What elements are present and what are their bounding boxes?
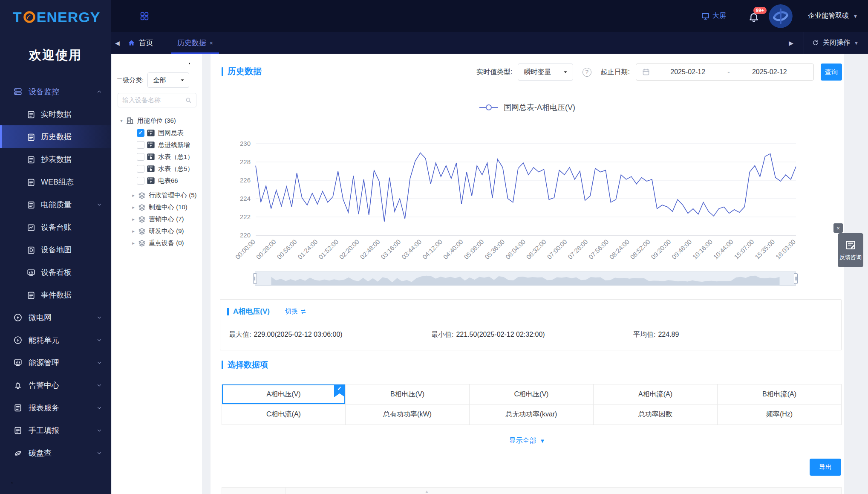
meter-drop-icon bbox=[147, 165, 155, 173]
date-start-value[interactable]: 2025-02-12 bbox=[650, 68, 726, 76]
close-operations-menu[interactable]: 关闭操作 ▼ bbox=[812, 38, 868, 47]
tab-home[interactable]: 首页 bbox=[127, 38, 153, 48]
data-item-A相电流(A)[interactable]: A相电流(A) bbox=[594, 384, 718, 404]
org-switcher[interactable]: 企业能管双碳 ▼ bbox=[808, 12, 858, 20]
map-icon bbox=[27, 246, 35, 254]
tabs-scroll-right-icon[interactable]: ▶ bbox=[784, 40, 798, 46]
feedback-button[interactable]: 反馈咨询 bbox=[838, 233, 863, 267]
help-icon[interactable]: ? bbox=[583, 68, 591, 77]
line-chart[interactable]: 22022222422622823000:00:0000:28:0000:56:… bbox=[219, 118, 833, 267]
sidebar-item-WEB组态[interactable]: WEB组态 bbox=[0, 170, 111, 193]
device-checkbox[interactable] bbox=[137, 129, 144, 137]
realtime-type-select[interactable]: 瞬时变量 bbox=[518, 64, 573, 81]
tab-close-icon[interactable]: × bbox=[210, 40, 213, 46]
data-item-C相电压(V)[interactable]: C相电压(V) bbox=[470, 384, 594, 404]
active-tab-underline bbox=[171, 52, 219, 54]
chart-legend[interactable]: 国网总表-A相电压(V) bbox=[222, 102, 833, 113]
data-item-总功率因数[interactable]: 总功率因数 bbox=[594, 404, 718, 425]
search-icon bbox=[185, 97, 192, 104]
tree-group-重点设备 (0)[interactable]: ▸重点设备 (0) bbox=[112, 237, 202, 249]
logo-leaf-icon bbox=[23, 11, 36, 23]
sidebar-item-label: 抄表数据 bbox=[41, 154, 72, 165]
device-checkbox[interactable] bbox=[137, 141, 144, 149]
sidebar-item-实时数据[interactable]: 实时数据 bbox=[0, 103, 111, 125]
tree-expander-icon[interactable]: ▾ bbox=[119, 118, 124, 124]
slider-handle-right[interactable] bbox=[794, 273, 798, 284]
query-button[interactable]: 查询 bbox=[821, 64, 842, 81]
sidebar-item-设备台账[interactable]: 设备台账 bbox=[0, 216, 111, 238]
sidebar-item-历史数据[interactable]: 历史数据 bbox=[0, 125, 111, 148]
sidebar-item-报表服务[interactable]: 报表服务 bbox=[0, 396, 111, 419]
tree-device-总进线新增[interactable]: 总进线新增 bbox=[112, 139, 202, 151]
tree-expander-icon[interactable]: ▸ bbox=[131, 240, 136, 246]
doc-icon bbox=[14, 426, 22, 435]
feedback-close-icon[interactable]: × bbox=[833, 223, 843, 233]
data-item-频率(Hz)[interactable]: 频率(Hz) bbox=[718, 404, 842, 425]
chart-zoom-slider[interactable] bbox=[255, 272, 796, 286]
date-end-value[interactable]: 2025-02-12 bbox=[732, 68, 807, 76]
sidebar-item-设备监控[interactable]: 设备监控 bbox=[0, 80, 111, 103]
sidebar-item-碳盘查[interactable]: 碳盘查 bbox=[0, 442, 111, 464]
category-select[interactable]: 全部 bbox=[147, 72, 189, 88]
sidebar-item-事件数据[interactable]: 事件数据 bbox=[0, 283, 111, 306]
show-all-label: 显示全部 bbox=[509, 436, 536, 445]
doc-icon bbox=[27, 110, 35, 118]
tree-device-水表（总1）[interactable]: 水表（总1） bbox=[112, 151, 202, 163]
sort-caret-icon[interactable]: ▲ bbox=[425, 490, 429, 493]
tree-expander-icon[interactable]: ▸ bbox=[131, 228, 136, 234]
device-search-input[interactable]: 输入设备名称 bbox=[118, 93, 196, 107]
tab-label: 历史数据 bbox=[177, 38, 206, 48]
device-checkbox[interactable] bbox=[137, 153, 144, 161]
tree-expander-icon[interactable]: ▸ bbox=[131, 217, 136, 222]
notifications-button[interactable]: 99+ bbox=[748, 10, 759, 22]
tree-expander-icon[interactable]: ▸ bbox=[131, 193, 136, 198]
tree-group-研发中心 (9)[interactable]: ▸研发中心 (9) bbox=[112, 225, 202, 237]
device-checkbox[interactable] bbox=[137, 165, 144, 173]
sidebar-item-能耗单元[interactable]: 能耗单元 bbox=[0, 329, 111, 351]
data-item-C相电流(A)[interactable]: C相电流(A) bbox=[222, 404, 346, 425]
slider-handle-left[interactable] bbox=[253, 273, 257, 284]
switch-metric-button[interactable]: 切换 bbox=[285, 307, 307, 315]
apps-icon[interactable] bbox=[140, 12, 149, 21]
avatar[interactable] bbox=[769, 4, 793, 28]
sidebar-item-设备地图[interactable]: 设备地图 bbox=[0, 238, 111, 261]
sidebar-item-微电网[interactable]: 微电网 bbox=[0, 306, 111, 329]
sidebar-collapse-icon[interactable] bbox=[9, 478, 20, 488]
sidebar-item-告警中心[interactable]: 告警中心 bbox=[0, 374, 111, 396]
chevron-down-icon: ▼ bbox=[853, 14, 858, 19]
svg-text:06:32:00: 06:32:00 bbox=[525, 238, 548, 260]
doc-icon bbox=[27, 178, 35, 186]
tabs-scroll-left-icon[interactable]: ◀ bbox=[111, 40, 124, 46]
data-item-总无功功率(kvar)[interactable]: 总无功功率(kvar) bbox=[470, 404, 594, 425]
sidebar-item-能源管理[interactable]: 能源管理 bbox=[0, 351, 111, 374]
chart-canvas[interactable]: 22022222422622823000:00:0000:28:0000:56:… bbox=[219, 118, 833, 267]
sidebar-item-电能质量[interactable]: 电能质量 bbox=[0, 193, 111, 216]
tree-group-行政管理中心 (5)[interactable]: ▸行政管理中心 (5) bbox=[112, 189, 202, 201]
data-item-B相电压(V)[interactable]: B相电压(V) bbox=[346, 384, 470, 404]
data-item-B相电流(A)[interactable]: B相电流(A) bbox=[718, 384, 842, 404]
collapse-tree-icon[interactable] bbox=[187, 59, 196, 68]
tree-device-电表66[interactable]: 电表66 bbox=[112, 175, 202, 187]
sidebar-item-抄表数据[interactable]: 抄表数据 bbox=[0, 148, 111, 170]
data-item-总有功功率(kW)[interactable]: 总有功功率(kW) bbox=[346, 404, 470, 425]
realtime-type-value: 瞬时变量 bbox=[524, 68, 551, 77]
show-all-toggle[interactable]: 显示全部 ▼ bbox=[211, 436, 844, 445]
tree-device-水表（总5）[interactable]: 水表（总5） bbox=[112, 163, 202, 175]
sidebar-item-手工填报[interactable]: 手工填报 bbox=[0, 419, 111, 442]
device-checkbox[interactable] bbox=[137, 177, 144, 185]
tab-history-data[interactable]: 历史数据 × bbox=[171, 32, 219, 54]
selector-title-text: 选择数据项 bbox=[228, 359, 268, 370]
group-label: 研发中心 (9) bbox=[149, 227, 184, 235]
big-screen-button[interactable]: 大屏 bbox=[701, 12, 726, 20]
tree-node-root[interactable]: ▾用能单位 (36) bbox=[112, 114, 202, 127]
tree-device-国网总表[interactable]: 国网总表 bbox=[112, 127, 202, 139]
svg-text:226: 226 bbox=[240, 176, 251, 184]
sidebar-item-设备看板[interactable]: 设备看板 bbox=[0, 261, 111, 283]
tree-group-制造中心 (10)[interactable]: ▸制造中心 (10) bbox=[112, 201, 202, 213]
tree-expander-icon[interactable]: ▸ bbox=[131, 205, 136, 210]
sidebar-item-label: 设备台账 bbox=[41, 222, 72, 232]
export-button[interactable]: 导出 bbox=[810, 459, 841, 476]
date-range-picker[interactable]: 2025-02-12 - 2025-02-12 bbox=[636, 64, 814, 81]
data-item-A相电压(V)[interactable]: A相电压(V) bbox=[222, 384, 346, 404]
tree-group-营销中心 (7)[interactable]: ▸营销中心 (7) bbox=[112, 213, 202, 225]
